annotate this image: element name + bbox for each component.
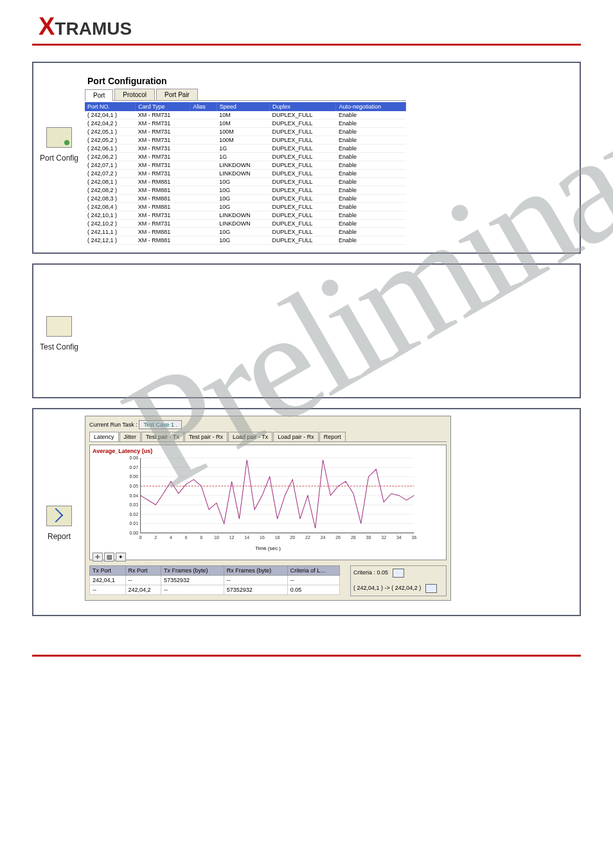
svg-text:30: 30 [366,535,371,540]
svg-text:32: 32 [381,535,386,540]
test-config-label: Test Config [40,342,78,351]
port-header: Port NO. [85,102,136,111]
table-row[interactable]: ( 242,06,2 )XM - RM7311GDUPLEX_FULLEnabl… [85,153,406,161]
section-test-config: Test Config [32,263,581,398]
pair-header: Criteria of L… [287,566,339,576]
svg-text:0.01: 0.01 [130,521,139,526]
svg-text:0.06: 0.06 [130,474,139,479]
report-label: Report [48,532,71,541]
svg-text:20: 20 [290,535,295,540]
table-row[interactable]: ( 242,05,1 )XM - RM731100MDUPLEX_FULLEna… [85,128,406,136]
criteria-chart-icon[interactable] [393,569,404,578]
svg-text:22: 22 [305,535,310,540]
svg-text:8: 8 [200,535,202,540]
svg-text:0.07: 0.07 [130,465,139,470]
port-config-panel: Port Configuration Port Protocol Port Pa… [85,71,406,245]
port-header: Alias [190,102,217,111]
pair-chart-icon[interactable] [425,584,437,593]
table-row[interactable]: ( 242,10,2 )XM - RM731LINKDOWNDUPLEX_FUL… [85,220,406,228]
table-row[interactable]: ( 242,08,1 )XM - RM88110GDUPLEX_FULLEnab… [85,178,406,186]
table-row[interactable]: ( 242,12,1 )XM - RM88110GDUPLEX_FULLEnab… [85,236,406,245]
svg-text:4: 4 [170,535,172,540]
svg-text:0: 0 [139,535,142,540]
svg-text:6: 6 [185,535,188,540]
section-report: Report Current Run Task : Test Case 1 . … [32,408,581,616]
x-axis-label: Time (sec.) [93,545,443,551]
table-row[interactable]: ( 242,10,1 )XM - RM731LINKDOWNDUPLEX_FUL… [85,211,406,220]
svg-text:34: 34 [396,535,402,540]
subtab-lptx[interactable]: Load pair - Tx [228,432,272,441]
svg-text:2: 2 [154,535,157,540]
port-config-icon-col: Port Config [33,63,85,163]
port-header: Auto-negotiation [336,102,406,111]
footer-divider [32,655,581,657]
page-header: XTRAMUS [0,0,613,44]
svg-text:0.00: 0.00 [130,531,139,535]
pair-table: Tx PortRx PortTx Frames (byte)Rx Frames … [89,565,340,595]
subtab-tptx[interactable]: Test pair - Tx [141,432,184,441]
tab-port[interactable]: Port [85,89,113,101]
port-config-tabs: Port Protocol Port Pair [85,89,406,101]
bucket-icon[interactable]: ▧ [104,553,114,562]
subtab-jitter[interactable]: Jitter [120,432,141,441]
logo: XTRAMUS [39,19,132,39]
section-port-config: Port Config Port Configuration Port Prot… [32,62,581,254]
svg-text:0.04: 0.04 [130,493,139,498]
subtab-tprx[interactable]: Test pair - Rx [184,432,227,441]
table-row[interactable]: 242,04,1--57352932---- [90,576,340,585]
pair-header: Rx Frames (byte) [224,566,287,576]
table-row[interactable]: ( 242,11,1 )XM - RM88110GDUPLEX_FULLEnab… [85,228,406,236]
table-row[interactable]: ( 242,08,3 )XM - RM88110GDUPLEX_FULLEnab… [85,195,406,203]
table-row[interactable]: ( 242,05,2 )XM - RM731100MDUPLEX_FULLEna… [85,136,406,145]
table-row[interactable]: ( 242,08,4 )XM - RM88110GDUPLEX_FULLEnab… [85,203,406,211]
current-run-label: Current Run Task : [89,421,138,428]
criteria-box: Criteria : 0.05 ( 242,04,1 ) -> ( 242,04… [350,565,447,596]
svg-text:28: 28 [351,535,356,540]
pair-header: Tx Port [90,566,126,576]
svg-text:0.02: 0.02 [130,512,139,517]
test-config-icon [46,316,72,337]
table-row[interactable]: ( 242,06,1 )XM - RM7311GDUPLEX_FULLEnabl… [85,145,406,153]
table-row[interactable]: ( 242,04,2 )XM - RM73110MDUPLEX_FULLEnab… [85,120,406,128]
svg-text:10: 10 [214,535,219,540]
port-config-icon [46,127,72,148]
chart-title: Average_Latency (us) [93,448,443,454]
report-subtabs: Latency Jitter Test pair - Tx Test pair … [89,432,447,442]
port-header: Card Type [136,102,190,111]
tab-port-pair[interactable]: Port Pair [156,89,198,100]
svg-text:36: 36 [412,535,417,540]
table-row[interactable]: ( 242,04,1 )XM - RM73110MDUPLEX_FULLEnab… [85,111,406,120]
port-header: Duplex [270,102,336,111]
port-table: Port NO.Card TypeAliasSpeedDuplexAuto-ne… [85,102,406,245]
subtab-lprx[interactable]: Load pair - Rx [273,432,319,441]
svg-text:0.08: 0.08 [130,456,139,460]
subtab-latency[interactable]: Latency [89,432,119,441]
report-icon [46,506,72,526]
tab-protocol[interactable]: Protocol [114,89,155,100]
latency-chart: Average_Latency (us) 0.000.010.020.030.0… [89,445,447,560]
header-divider [32,44,581,46]
table-row[interactable]: --242,04,2--573529320.05 [90,585,340,595]
port-config-label: Port Config [40,154,78,163]
svg-text:0.03: 0.03 [130,502,139,507]
subtab-report[interactable]: Report [319,432,346,441]
svg-text:16: 16 [260,535,265,540]
table-row[interactable]: ( 242,07,1 )XM - RM731LINKDOWNDUPLEX_FUL… [85,161,406,170]
chart-svg: 0.000.010.020.030.040.050.060.070.080246… [93,454,443,544]
wand-icon[interactable]: ✦ [116,553,126,562]
svg-text:26: 26 [335,535,341,540]
port-config-title: Port Configuration [85,71,406,89]
table-row[interactable]: ( 242,08,2 )XM - RM88110GDUPLEX_FULLEnab… [85,186,406,195]
current-run-row: Current Run Task : Test Case 1 . [89,420,447,429]
pair-header: Rx Port [125,566,161,576]
zoom-icon[interactable]: ✛ [93,553,103,562]
pair-header: Tx Frames (byte) [161,566,224,576]
table-row[interactable]: ( 242,07,2 )XM - RM731LINKDOWNDUPLEX_FUL… [85,170,406,178]
current-task-button[interactable]: Test Case 1 . [139,420,182,429]
report-icon-col: Report [33,409,85,542]
criteria-label: Criteria : 0.05 [353,569,388,576]
report-panel: Current Run Task : Test Case 1 . Latency… [85,416,451,601]
svg-text:0.05: 0.05 [130,484,139,488]
svg-text:14: 14 [244,535,249,540]
svg-text:18: 18 [275,535,280,540]
